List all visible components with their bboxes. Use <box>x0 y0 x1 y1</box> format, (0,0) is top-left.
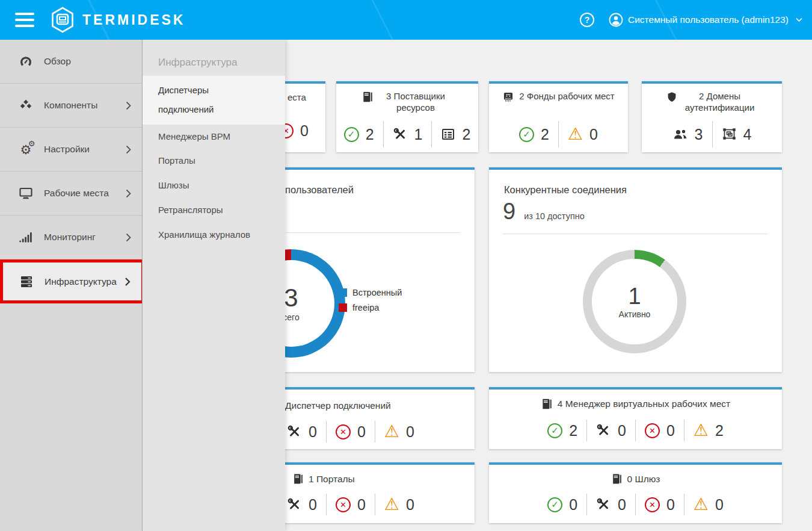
stat-maintenance: 0 <box>287 423 317 441</box>
ok-icon: ✓ <box>344 127 359 142</box>
sidebar: Обзор Компоненты ⚙⚙ Настройки <box>0 40 142 531</box>
stat-maintenance: 1 <box>393 126 423 143</box>
legend-item: Встроенный <box>339 288 402 297</box>
legend-item: freeipa <box>339 303 402 312</box>
ok-icon: ✓ <box>547 423 562 438</box>
user-menu[interactable]: Системный пользователь (admin123) <box>609 13 802 27</box>
stat-value: 0 <box>357 496 366 514</box>
sidebar-item-monitoring[interactable]: Мониторинг <box>0 216 142 259</box>
stat-warning: ⚠ 0 <box>384 496 414 514</box>
legend-label: Встроенный <box>352 288 402 297</box>
user-avatar-icon <box>609 13 623 27</box>
ok-icon: ✓ <box>547 497 562 512</box>
stat-value: 1 <box>414 126 423 143</box>
summary-card-workplace-pools: 2 Фонды рабочих мест ✓ 2 ⚠ 0 <box>489 81 628 152</box>
stat-users: 3 <box>672 126 703 143</box>
donut-total-label: сего <box>283 312 299 322</box>
sidebar-item-overview[interactable]: Обзор <box>0 40 142 84</box>
stat-error: ✕ 0 <box>336 423 366 441</box>
card-title: 1 Порталы <box>309 474 355 485</box>
chevron-right-icon <box>126 101 131 110</box>
sidebar-item-label: Компоненты <box>44 100 97 111</box>
flyout-item-vdi-managers[interactable]: Менеджеры ВРМ <box>143 125 285 149</box>
warning-icon: ⚠ <box>694 422 709 439</box>
card-title: 2 Фонды рабочих мест <box>519 91 614 102</box>
tools-icon <box>596 497 611 512</box>
tools-icon <box>596 423 611 438</box>
stat-value: 0 <box>569 496 577 514</box>
journal-icon <box>541 398 553 410</box>
components-icon <box>17 98 35 113</box>
available-caption: из 10 доступно <box>524 211 585 221</box>
warning-icon: ⚠ <box>568 126 583 143</box>
sidebar-item-workplaces[interactable]: Рабочие места <box>0 172 142 216</box>
stat-value: 0 <box>715 496 724 514</box>
sidebar-item-label: Настройки <box>44 144 90 155</box>
flyout-item-log-storages[interactable]: Хранилища журналов <box>143 223 285 247</box>
flyout-item-connection-brokers[interactable]: Диспетчеры подключений <box>143 76 285 125</box>
chevron-right-icon <box>126 233 131 242</box>
connections-donut-chart: 1 Активно <box>583 250 686 353</box>
sidebar-item-infrastructure[interactable]: Инфраструктура <box>0 259 144 303</box>
card-title: 3 Поставщики ресурсов <box>378 91 454 114</box>
sidebar-item-label: Инфраструктура <box>45 276 117 287</box>
stat-ok: ✓ 2 <box>519 126 549 143</box>
available-value: 9 <box>503 199 515 225</box>
sidebar-item-components[interactable]: Компоненты <box>0 84 142 128</box>
hamburger-menu-icon[interactable] <box>15 13 34 27</box>
stat-maintenance: 0 <box>596 496 626 514</box>
chevron-right-icon <box>126 145 131 154</box>
card-title: Конкурентные соединения <box>504 184 627 196</box>
donut-active-label: Активно <box>619 309 651 319</box>
stat-error: ✕ 0 <box>645 422 675 439</box>
flyout-item-relays[interactable]: Ретрансляторы <box>143 198 285 223</box>
chart-legend: Встроенный freeipa <box>339 288 402 312</box>
summary-card-auth-domains: 2 Домены аутентификации 3 <box>642 81 782 152</box>
stat-value: 3 <box>695 126 703 143</box>
stat-value: 4 <box>743 126 752 143</box>
stat-value: 2 <box>541 126 549 143</box>
logo-hexagon-icon <box>50 6 75 34</box>
sidebar-item-label: Обзор <box>44 56 71 67</box>
card-title: 4 Менеджер виртуальных рабочих мест <box>558 399 730 409</box>
card-title: пользователей <box>285 184 354 196</box>
tools-icon <box>393 127 408 142</box>
stat-value: 0 <box>618 422 626 439</box>
card-title: 2 Домены аутентификации <box>682 91 757 114</box>
flyout-item-portals[interactable]: Порталы <box>143 149 285 173</box>
stat-value: 0 <box>300 122 309 140</box>
chevron-right-icon <box>125 277 131 287</box>
users-icon <box>672 127 688 141</box>
stat-ok: ✓ 2 <box>547 422 577 439</box>
stat-error: ✕ 0 <box>336 496 366 514</box>
ok-icon: ✓ <box>519 127 534 142</box>
stat-maintenance: 0 <box>287 496 317 514</box>
tools-icon <box>287 424 302 439</box>
donut-active-value: 1 <box>628 285 641 308</box>
objects-icon <box>722 127 737 141</box>
status-card-vdi-manager: 4 Менеджер виртуальных рабочих мест ✓ 2 … <box>489 387 782 449</box>
error-icon: ✕ <box>336 424 351 439</box>
stat-value: 0 <box>406 496 414 514</box>
journal-icon <box>292 473 304 485</box>
stat-value: 0 <box>406 423 414 441</box>
warning-icon: ⚠ <box>384 496 399 513</box>
summary-card-resource-providers: 3 Поставщики ресурсов ✓ 2 1 <box>336 81 478 152</box>
termidesk-logo: TERMIDESK <box>50 6 185 34</box>
stat-plans: 2 <box>441 126 470 143</box>
sidebar-item-settings[interactable]: ⚙⚙ Настройки <box>0 128 142 172</box>
stat-value: 0 <box>666 422 675 439</box>
flyout-item-gateways[interactable]: Шлюзы <box>143 173 285 198</box>
shield-icon <box>666 91 677 103</box>
sidebar-item-label: Мониторинг <box>44 232 96 243</box>
logo-text: TERMIDESK <box>82 12 185 28</box>
app-header: TERMIDESK ? Системный пользователь (admi… <box>0 0 812 40</box>
tools-icon <box>287 497 302 512</box>
sidebar-item-label: Рабочие места <box>44 188 109 199</box>
dashboard-icon <box>17 54 35 69</box>
error-icon: ✕ <box>645 497 660 512</box>
help-icon[interactable]: ? <box>580 13 594 27</box>
stat-ok: ✓ 2 <box>344 126 374 143</box>
stat-value: 2 <box>715 422 724 439</box>
warning-icon: ⚠ <box>694 496 709 513</box>
